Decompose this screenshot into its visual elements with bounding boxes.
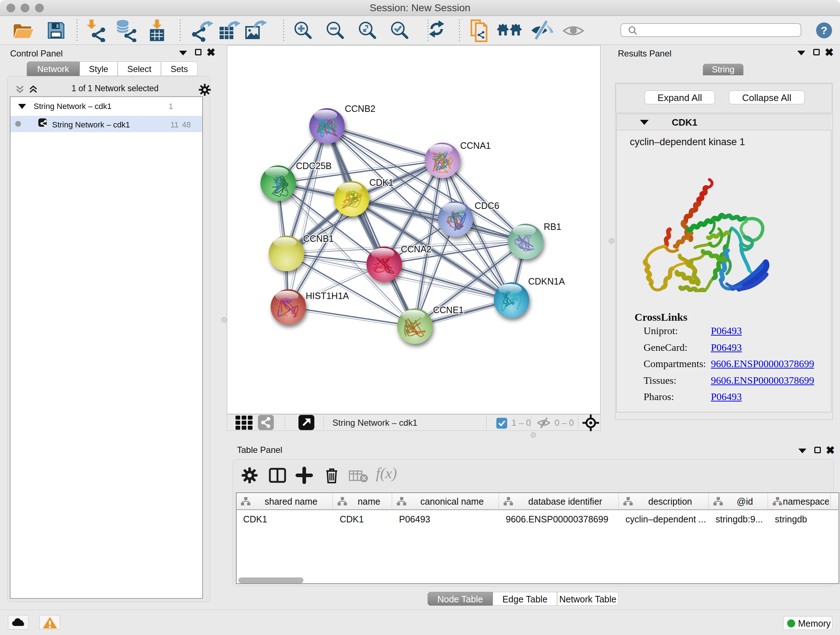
svg-text:CCNA1: CCNA1 bbox=[460, 141, 491, 150]
svg-text:HIST1H1A: HIST1H1A bbox=[306, 291, 349, 301]
svg-text:CCNB1: CCNB1 bbox=[303, 233, 334, 244]
svg-text:RB1: RB1 bbox=[544, 222, 561, 232]
svg-text:CDC25B: CDC25B bbox=[296, 161, 332, 171]
svg-text:CCNA2: CCNA2 bbox=[401, 244, 431, 254]
svg-text:CCNB2: CCNB2 bbox=[345, 103, 376, 114]
svg-text:CCNE1: CCNE1 bbox=[433, 305, 464, 315]
svg-text:CDK1: CDK1 bbox=[369, 177, 393, 187]
svg-text:CDKN1A: CDKN1A bbox=[528, 276, 565, 287]
svg-text:CDC6: CDC6 bbox=[475, 201, 499, 211]
